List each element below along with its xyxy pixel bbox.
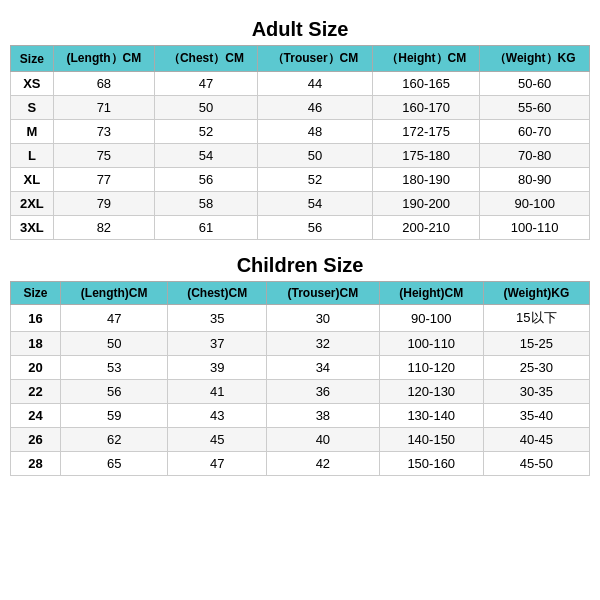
table-cell: 42 — [266, 452, 379, 476]
children-table: Size(Length)CM(Chest)CM(Trouser)CM(Heigh… — [10, 281, 590, 476]
table-cell: 100-110 — [480, 216, 590, 240]
adult-header-cell: Size — [11, 46, 54, 72]
table-cell: 77 — [53, 168, 154, 192]
table-cell: 47 — [168, 452, 267, 476]
table-cell: 160-165 — [373, 72, 480, 96]
table-cell: 150-160 — [379, 452, 483, 476]
table-cell: 25-30 — [483, 356, 589, 380]
table-cell: 130-140 — [379, 404, 483, 428]
table-cell: 50 — [60, 332, 167, 356]
table-cell: 38 — [266, 404, 379, 428]
table-cell: 52 — [155, 120, 258, 144]
table-cell: 68 — [53, 72, 154, 96]
children-header-cell: (Weight)KG — [483, 282, 589, 305]
table-row: 2XL795854190-20090-100 — [11, 192, 590, 216]
table-row: 18503732100-11015-25 — [11, 332, 590, 356]
table-cell: 56 — [155, 168, 258, 192]
table-cell: 70-80 — [480, 144, 590, 168]
table-cell: 54 — [257, 192, 372, 216]
table-row: M735248172-17560-70 — [11, 120, 590, 144]
table-cell: 15以下 — [483, 305, 589, 332]
table-cell: L — [11, 144, 54, 168]
table-cell: 40 — [266, 428, 379, 452]
table-row: 3XL826156200-210100-110 — [11, 216, 590, 240]
table-cell: 79 — [53, 192, 154, 216]
table-cell: 44 — [257, 72, 372, 96]
adult-header-cell: （Weight）KG — [480, 46, 590, 72]
children-header-cell: (Height)CM — [379, 282, 483, 305]
table-row: 24594338130-14035-40 — [11, 404, 590, 428]
table-cell: 54 — [155, 144, 258, 168]
table-cell: 80-90 — [480, 168, 590, 192]
table-row: 22564136120-13030-35 — [11, 380, 590, 404]
table-cell: 53 — [60, 356, 167, 380]
table-cell: 90-100 — [480, 192, 590, 216]
table-cell: 73 — [53, 120, 154, 144]
adult-table: Size(Length）CM（Chest）CM（Trouser）CM（Heigh… — [10, 45, 590, 240]
table-cell: 45-50 — [483, 452, 589, 476]
table-cell: XL — [11, 168, 54, 192]
table-cell: 82 — [53, 216, 154, 240]
table-cell: 75 — [53, 144, 154, 168]
children-header-cell: (Trouser)CM — [266, 282, 379, 305]
table-cell: S — [11, 96, 54, 120]
table-cell: 35 — [168, 305, 267, 332]
table-row: S715046160-17055-60 — [11, 96, 590, 120]
table-cell: 100-110 — [379, 332, 483, 356]
table-cell: 15-25 — [483, 332, 589, 356]
table-row: 26624540140-15040-45 — [11, 428, 590, 452]
table-cell: 172-175 — [373, 120, 480, 144]
table-cell: 26 — [11, 428, 61, 452]
table-row: L755450175-18070-80 — [11, 144, 590, 168]
table-cell: M — [11, 120, 54, 144]
table-cell: 32 — [266, 332, 379, 356]
table-cell: 175-180 — [373, 144, 480, 168]
table-cell: 41 — [168, 380, 267, 404]
table-cell: 56 — [60, 380, 167, 404]
table-cell: 62 — [60, 428, 167, 452]
table-cell: 40-45 — [483, 428, 589, 452]
children-title: Children Size — [10, 254, 590, 277]
table-cell: 30 — [266, 305, 379, 332]
adult-title: Adult Size — [10, 18, 590, 41]
adult-header-cell: （Chest）CM — [155, 46, 258, 72]
table-cell: 180-190 — [373, 168, 480, 192]
table-cell: 3XL — [11, 216, 54, 240]
table-cell: 71 — [53, 96, 154, 120]
table-cell: 47 — [60, 305, 167, 332]
table-row: XL775652180-19080-90 — [11, 168, 590, 192]
table-cell: 46 — [257, 96, 372, 120]
table-cell: 50-60 — [480, 72, 590, 96]
table-cell: 36 — [266, 380, 379, 404]
table-cell: XS — [11, 72, 54, 96]
table-cell: 120-130 — [379, 380, 483, 404]
table-cell: 28 — [11, 452, 61, 476]
adult-header-cell: （Trouser）CM — [257, 46, 372, 72]
table-cell: 61 — [155, 216, 258, 240]
children-header-cell: (Chest)CM — [168, 282, 267, 305]
table-cell: 60-70 — [480, 120, 590, 144]
children-header-cell: (Length)CM — [60, 282, 167, 305]
table-cell: 47 — [155, 72, 258, 96]
table-cell: 16 — [11, 305, 61, 332]
adult-section: Adult Size Size(Length）CM（Chest）CM（Trous… — [10, 10, 590, 246]
table-cell: 24 — [11, 404, 61, 428]
table-cell: 52 — [257, 168, 372, 192]
table-cell: 2XL — [11, 192, 54, 216]
children-section: Children Size Size(Length)CM(Chest)CM(Tr… — [10, 246, 590, 482]
table-cell: 48 — [257, 120, 372, 144]
table-cell: 22 — [11, 380, 61, 404]
table-cell: 190-200 — [373, 192, 480, 216]
table-cell: 39 — [168, 356, 267, 380]
table-cell: 50 — [257, 144, 372, 168]
table-row: 28654742150-16045-50 — [11, 452, 590, 476]
table-cell: 56 — [257, 216, 372, 240]
adult-header-cell: （Height）CM — [373, 46, 480, 72]
table-cell: 43 — [168, 404, 267, 428]
table-cell: 30-35 — [483, 380, 589, 404]
table-cell: 20 — [11, 356, 61, 380]
adult-header-cell: (Length）CM — [53, 46, 154, 72]
table-row: 20533934110-12025-30 — [11, 356, 590, 380]
table-cell: 90-100 — [379, 305, 483, 332]
table-row: 1647353090-10015以下 — [11, 305, 590, 332]
